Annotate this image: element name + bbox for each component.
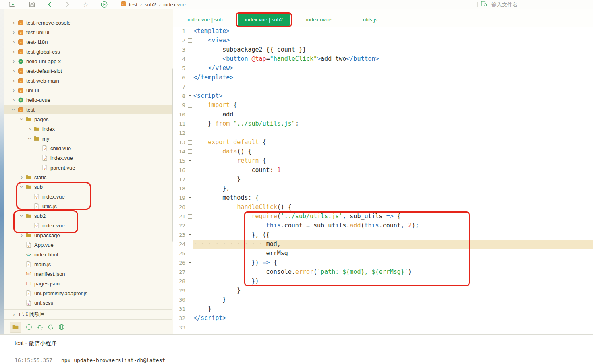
tree-item-hello-uvue[interactable]: ›uhello-uvue bbox=[4, 95, 172, 105]
code-line-26[interactable]: 26 }) => { bbox=[173, 258, 593, 267]
code-line-33[interactable]: 33 bbox=[173, 323, 593, 332]
breadcrumb-item-folder[interactable]: sub2 bbox=[145, 2, 156, 8]
fold-marker-icon[interactable] bbox=[186, 203, 193, 212]
fold-collapse-icon[interactable] bbox=[188, 103, 192, 108]
device-icon[interactable] bbox=[26, 324, 32, 330]
code-line-11[interactable]: 11 } from "../sub/utils.js"; bbox=[173, 119, 593, 128]
fold-collapse-icon[interactable] bbox=[188, 149, 192, 154]
tree-item-test-remove-cosole[interactable]: ›utest-remove-cosole bbox=[4, 18, 172, 27]
fold-marker-icon[interactable] bbox=[186, 101, 193, 110]
chevron-down-icon[interactable]: › bbox=[19, 184, 25, 190]
code-line-18[interactable]: 18 }, bbox=[173, 184, 593, 193]
fold-collapse-icon[interactable] bbox=[188, 94, 192, 98]
fold-marker-icon[interactable] bbox=[186, 147, 193, 156]
code-line-22[interactable]: 22 this.count = sub_utils.add(this.count… bbox=[173, 221, 593, 230]
code-line-14[interactable]: 14 data() { bbox=[173, 147, 593, 156]
code-line-3[interactable]: 3 subpackage2 {{ count }} bbox=[173, 45, 593, 54]
forward-icon[interactable] bbox=[66, 2, 70, 7]
tree-item-test-uni-ui[interactable]: ›utest-uni-ui bbox=[4, 27, 172, 37]
tree-item-hello-uni-app-x[interactable]: ›uhello-uni-app-x bbox=[4, 56, 172, 66]
code-line-32[interactable]: 32</script> bbox=[173, 314, 593, 323]
star-icon[interactable]: ☆ bbox=[83, 2, 88, 8]
file-search-icon[interactable] bbox=[481, 1, 487, 8]
fold-collapse-icon[interactable] bbox=[188, 261, 192, 265]
fold-marker-icon[interactable] bbox=[186, 36, 193, 45]
tree-item-utils-js[interactable]: ›Jutils.js bbox=[4, 201, 172, 211]
tree-item-main-js[interactable]: ›Jmain.js bbox=[4, 259, 172, 269]
sync-icon[interactable] bbox=[48, 324, 54, 330]
fold-collapse-icon[interactable] bbox=[188, 233, 192, 237]
tree-item-sub[interactable]: ›sub bbox=[4, 182, 172, 192]
tree-item-manifest-json[interactable]: ›[o]manifest.json bbox=[4, 269, 172, 279]
fold-collapse-icon[interactable] bbox=[188, 38, 192, 43]
code-line-12[interactable]: 12 bbox=[173, 128, 593, 138]
chevron-right-icon[interactable]: › bbox=[10, 58, 17, 64]
chevron-right-icon[interactable]: › bbox=[10, 78, 17, 83]
tree-item-parent-vue[interactable]: ›Vparent.vue bbox=[4, 163, 172, 172]
tree-item-index-html[interactable]: ›<>index.html bbox=[4, 250, 172, 259]
code-line-1[interactable]: 1<template> bbox=[173, 27, 593, 36]
chevron-right-icon[interactable]: › bbox=[10, 68, 17, 74]
chevron-right-icon[interactable]: › bbox=[10, 29, 17, 35]
tree-item-test-i18n[interactable]: ›utest- i18n bbox=[4, 37, 172, 47]
chevron-right-icon[interactable]: › bbox=[19, 174, 25, 180]
tree-item-unpackage[interactable]: ›unpackage bbox=[4, 230, 172, 240]
code-line-13[interactable]: 13 export default { bbox=[173, 138, 593, 147]
back-icon[interactable] bbox=[48, 2, 52, 7]
code-line-6[interactable]: 6</template> bbox=[173, 73, 593, 82]
code-line-20[interactable]: 20 handleClick() { bbox=[173, 203, 593, 212]
editor-tab-index-vue-sub2[interactable]: index.vue | sub2 bbox=[238, 13, 290, 26]
breadcrumb-item-project[interactable]: test bbox=[129, 2, 137, 8]
code-line-16[interactable]: 16 count: 1 bbox=[173, 165, 593, 175]
console-tab[interactable]: test - 微信小程序 bbox=[15, 340, 57, 350]
chevron-right-icon[interactable]: › bbox=[19, 232, 25, 238]
code-line-29[interactable]: 29 } bbox=[173, 286, 593, 295]
fold-collapse-icon[interactable] bbox=[188, 196, 192, 200]
chevron-down-icon[interactable]: › bbox=[11, 106, 17, 113]
run-icon[interactable] bbox=[101, 1, 108, 8]
code-line-4[interactable]: 4 <button @tap="handleClick">add two</bu… bbox=[173, 54, 593, 64]
code-line-25[interactable]: 25 errMsg bbox=[173, 249, 593, 258]
tree-item-test-default-slot[interactable]: ›utest-default-slot bbox=[4, 66, 172, 76]
tree-item-uni-scss[interactable]: ›Suni.scss bbox=[4, 298, 172, 308]
tree-item-sub2[interactable]: ›sub2 bbox=[4, 211, 172, 221]
tree-item-index-vue[interactable]: ›Vindex.vue bbox=[4, 153, 172, 163]
tree-item-uni-promisify-adaptor-js[interactable]: ›Juni.promisify.adaptor.js bbox=[4, 288, 172, 298]
code-line-10[interactable]: 10 add bbox=[173, 110, 593, 119]
fold-marker-icon[interactable] bbox=[186, 193, 193, 203]
editor-tab-utils-js[interactable]: utils.js bbox=[352, 13, 388, 26]
code-line-27[interactable]: 27 console.error(`path: ${mod}, ${errMsg… bbox=[173, 267, 593, 277]
code-line-30[interactable]: 30 } bbox=[173, 295, 593, 304]
code-line-2[interactable]: 2 <view> bbox=[173, 36, 593, 45]
debug-icon[interactable] bbox=[37, 324, 43, 330]
tree-item-child-vue[interactable]: ›Vchild.vue bbox=[4, 143, 172, 153]
files-panel-icon[interactable] bbox=[10, 322, 21, 333]
fold-marker-icon[interactable] bbox=[186, 91, 193, 101]
code-line-23[interactable]: 23 }, ({ bbox=[173, 230, 593, 240]
fold-collapse-icon[interactable] bbox=[188, 29, 192, 33]
chevron-down-icon[interactable]: › bbox=[27, 135, 33, 142]
fold-marker-icon[interactable] bbox=[186, 212, 193, 221]
fold-collapse-icon[interactable] bbox=[188, 214, 192, 219]
sidebar-scrollbar[interactable] bbox=[172, 68, 173, 242]
tree-item-index-vue[interactable]: ›Vindex.vue bbox=[4, 192, 172, 201]
code-line-8[interactable]: 8<script> bbox=[173, 91, 593, 101]
search-input[interactable] bbox=[491, 1, 589, 8]
code-line-31[interactable]: 31 } bbox=[173, 304, 593, 314]
editor-tab-index-vue-sub[interactable]: index.vue | sub bbox=[179, 13, 231, 26]
chevron-right-icon[interactable]: › bbox=[10, 49, 17, 54]
chevron-right-icon[interactable]: › bbox=[10, 39, 17, 45]
code-line-15[interactable]: 15 return { bbox=[173, 156, 593, 165]
fold-collapse-icon[interactable] bbox=[188, 205, 192, 209]
tree-item-my[interactable]: ›my bbox=[4, 134, 172, 143]
tree-item-static[interactable]: ›static bbox=[4, 172, 172, 182]
chevron-down-icon[interactable]: › bbox=[19, 116, 25, 122]
code-line-5[interactable]: 5 </view> bbox=[173, 64, 593, 73]
closed-projects-row[interactable]: › 已关闭项目 bbox=[4, 309, 172, 320]
chevron-right-icon[interactable]: › bbox=[10, 20, 17, 25]
tree-item-index-vue[interactable]: ›Vindex.vue bbox=[4, 221, 172, 230]
code-line-17[interactable]: 17 } bbox=[173, 175, 593, 184]
code-line-19[interactable]: 19 methods: { bbox=[173, 193, 593, 203]
tree-item-test[interactable]: ›utest bbox=[4, 105, 172, 114]
tree-item-pages-json[interactable]: ›[ ]pages.json bbox=[4, 279, 172, 288]
